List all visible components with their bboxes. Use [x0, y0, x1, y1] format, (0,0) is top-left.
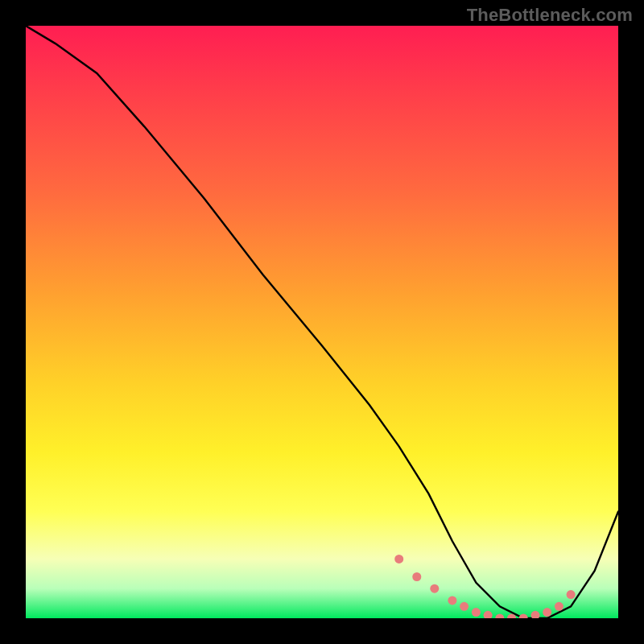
highlight-dot — [394, 555, 403, 564]
watermark-text: TheBottleneck.com — [467, 5, 633, 26]
highlight-dot — [543, 608, 551, 617]
highlight-dot — [472, 608, 481, 617]
highlight-dot — [430, 584, 439, 593]
chart-frame: TheBottleneck.com — [0, 0, 644, 644]
highlight-dot — [460, 602, 469, 611]
highlight-dots-group — [394, 555, 575, 618]
highlight-dot — [519, 614, 528, 619]
highlight-dot — [448, 596, 456, 605]
highlight-dot — [555, 602, 564, 611]
highlight-dot — [412, 572, 421, 581]
highlight-dot — [495, 614, 504, 619]
highlight-dot — [567, 590, 576, 599]
curve-path-group — [26, 26, 618, 618]
curve-svg — [26, 26, 618, 618]
highlight-dot — [531, 611, 540, 618]
highlight-dot — [484, 611, 493, 618]
bottleneck-curve — [26, 26, 618, 618]
